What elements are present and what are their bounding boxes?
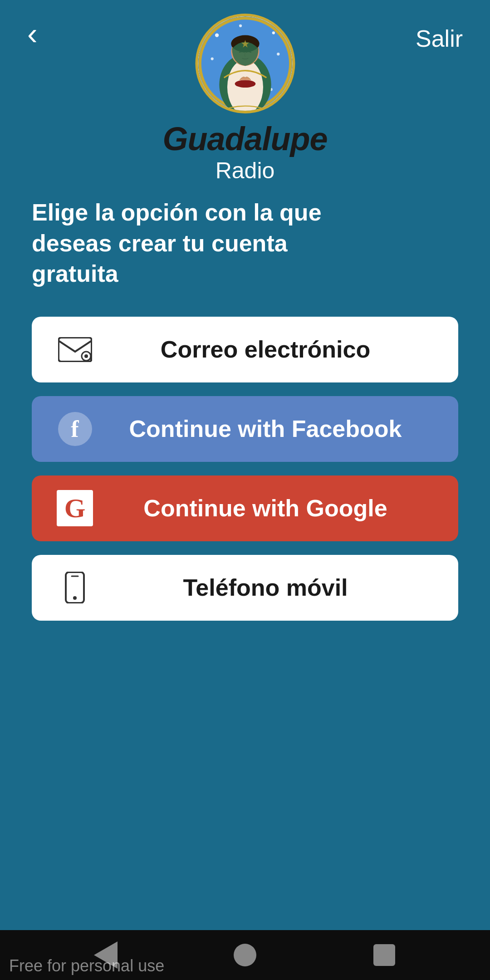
svg-point-7 <box>239 24 241 27</box>
nav-home-button[interactable] <box>231 941 259 969</box>
back-button[interactable]: ‹ <box>27 18 38 49</box>
svg-point-2 <box>272 31 274 34</box>
phone-button[interactable]: Teléfono móvil <box>32 555 458 621</box>
google-button-label: Continue with Google <box>95 495 436 522</box>
phone-icon <box>54 567 95 608</box>
svg-point-12 <box>235 80 255 88</box>
facebook-button[interactable]: f Continue with Facebook <box>32 396 458 462</box>
google-icon-g: G <box>57 490 93 526</box>
svg-point-4 <box>211 57 213 60</box>
svg-point-18 <box>84 354 88 358</box>
svg-point-21 <box>73 596 77 600</box>
svg-point-1 <box>215 33 218 37</box>
nav-home-icon <box>234 944 256 966</box>
main-content: Elige la opción con la que deseas crear … <box>0 52 490 930</box>
exit-button[interactable]: Salir <box>416 25 463 52</box>
svg-rect-16 <box>59 338 92 362</box>
facebook-icon-circle: f <box>58 412 92 446</box>
google-icon: G <box>54 488 95 529</box>
bottom-nav-bar: Free for personal use <box>0 930 490 980</box>
logo-area: Guadalupe Radio <box>162 14 327 184</box>
email-button[interactable]: Correo electrónico <box>32 317 458 382</box>
header: ‹ <box>0 0 490 52</box>
app-name-sub: Radio <box>162 157 327 184</box>
logo-image <box>198 16 292 111</box>
app-name-main: Guadalupe <box>162 122 327 155</box>
nav-recents-button[interactable] <box>371 941 398 969</box>
google-button[interactable]: G Continue with Google <box>32 475 458 541</box>
facebook-button-label: Continue with Facebook <box>95 415 436 442</box>
email-button-label: Correo electrónico <box>95 336 436 363</box>
auth-buttons-container: Correo electrónico f Continue with Faceb… <box>27 317 463 621</box>
nav-recents-icon <box>373 944 395 966</box>
watermark-text: Free for personal use <box>0 952 173 980</box>
logo-circle <box>195 14 295 113</box>
subtitle-section: Elige la opción con la que deseas crear … <box>27 197 463 289</box>
app-name: Guadalupe Radio <box>162 122 327 184</box>
facebook-icon: f <box>54 408 95 449</box>
phone-button-label: Teléfono móvil <box>95 574 436 601</box>
svg-point-3 <box>277 53 279 55</box>
email-icon <box>54 329 95 370</box>
subtitle-text: Elige la opción con la que deseas crear … <box>32 197 372 289</box>
